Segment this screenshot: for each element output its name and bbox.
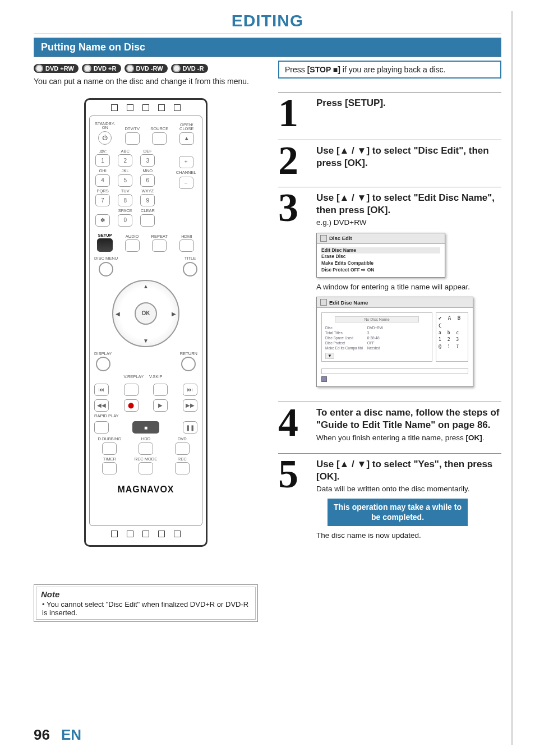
key-3[interactable]: 3 — [140, 154, 155, 167]
hdmi-button[interactable] — [179, 239, 194, 252]
rapid-play-button[interactable] — [94, 421, 109, 434]
badge-dvd-minus-rw: DVD -RW — [124, 64, 168, 73]
dtv-label: DTV/TV — [124, 127, 140, 131]
page-number: 96 — [34, 726, 50, 744]
section-heading: Putting Name on Disc — [34, 38, 501, 57]
step-subtitle: e.g.) DVD+RW — [316, 218, 501, 228]
step-1: 1 Press [SETUP]. — [278, 92, 501, 130]
step-subtitle: When you finish entering a title name, p… — [316, 433, 501, 443]
character-grid: ✔ A B C a b c 1 2 3 @ ! ? — [436, 312, 468, 362]
dvd-button[interactable] — [175, 442, 190, 455]
vskip-button[interactable] — [153, 384, 168, 396]
channel-up[interactable]: + — [179, 156, 193, 168]
rewind-button[interactable]: ◀◀ — [94, 399, 109, 412]
key-4[interactable]: 4 — [95, 174, 110, 187]
pause-button[interactable]: ❚❚ — [183, 421, 197, 434]
warning-box: This operation may take a while to be co… — [328, 499, 468, 525]
step-title: Press [SETUP]. — [316, 97, 501, 109]
key-0[interactable]: 0 — [118, 214, 132, 227]
standby-label: STANDBY-ON — [94, 122, 116, 130]
note-item: You cannot select "Disc Edit" when final… — [42, 600, 251, 617]
key-2[interactable]: 2 — [118, 154, 132, 167]
rec-button[interactable] — [175, 462, 190, 474]
key-star[interactable]: ✽ — [95, 214, 110, 227]
step-number: 4 — [278, 407, 310, 442]
setup-button[interactable] — [97, 238, 113, 252]
left-arrow-icon: ◀ — [116, 310, 120, 316]
badge-dvd-plus-rw: DVD +RW — [34, 64, 79, 73]
source-button[interactable] — [152, 132, 167, 145]
standby-button[interactable]: ⏻ — [98, 131, 112, 145]
channel-down[interactable]: − — [179, 177, 193, 189]
skip-prev-button[interactable]: ⏮ — [94, 384, 109, 396]
divider — [34, 34, 501, 34]
key-5[interactable]: 5 — [118, 174, 132, 187]
audio-button[interactable] — [125, 239, 140, 252]
osd-item: Edit Disc Name — [321, 247, 440, 254]
disc-menu-button[interactable] — [99, 262, 113, 276]
dubbing-button[interactable] — [102, 442, 117, 455]
title-label: TITLE — [185, 256, 196, 261]
step-title: Use [▲ / ▼] to select "Yes", then press … — [316, 458, 501, 483]
step-post: The disc name is now updated. — [316, 531, 501, 541]
ffwd-button[interactable]: ▶▶ — [183, 399, 197, 412]
title-button[interactable] — [183, 262, 197, 276]
note-heading: Note — [41, 589, 251, 599]
nav-pad[interactable]: ▲ ▼ ◀ ▶ OK — [112, 280, 179, 347]
rapid-play-label: RAPID PLAY — [94, 414, 119, 418]
disc-icon — [84, 64, 91, 72]
key-9[interactable]: 9 — [140, 194, 155, 206]
key-6[interactable]: 6 — [140, 174, 155, 187]
page-title: EDITING — [34, 11, 501, 30]
vreplay-button[interactable] — [124, 384, 139, 396]
up-arrow-icon: ▲ — [143, 283, 149, 289]
stop-key-label: [STOP ■] — [307, 65, 340, 74]
return-label: RETURN — [180, 352, 197, 356]
open-close-label: OPEN/ CLOSE — [176, 123, 198, 131]
page-footer: 96 EN — [34, 726, 81, 744]
timer-button[interactable] — [102, 462, 117, 474]
step-5: 5 Use [▲ / ▼] to select "Yes", then pres… — [278, 453, 501, 541]
key-clear[interactable] — [140, 214, 155, 227]
step-3: 3 Use [▲ / ▼] to select "Edit Disc Name"… — [278, 187, 501, 391]
recmode-button[interactable] — [139, 462, 153, 474]
play-button[interactable]: ▶ — [153, 399, 168, 412]
page-language: EN — [61, 726, 81, 744]
step-number: 2 — [278, 145, 310, 177]
display-button[interactable] — [96, 357, 110, 371]
osd-item: Disc Protect OFF ⇨ ON — [321, 267, 440, 274]
right-column: Press [STOP ■] if you are playing back a… — [278, 61, 501, 551]
step-number: 1 — [278, 97, 310, 130]
key-7[interactable]: 7 — [95, 194, 110, 206]
source-label: SOURCE — [150, 127, 168, 131]
disc-menu-label: DISC MENU — [94, 256, 118, 261]
osd-item: Make Edits Compatible — [321, 260, 440, 267]
left-column: DVD +RW DVD +R DVD -RW DVD -R You can pu… — [34, 61, 258, 551]
step-number: 5 — [278, 458, 310, 541]
step-4: 4 To enter a disc name, follow the steps… — [278, 402, 501, 442]
return-button[interactable] — [181, 357, 196, 371]
down-arrow-icon: ▼ — [325, 353, 334, 359]
repeat-button[interactable] — [152, 239, 167, 252]
badge-dvd-plus-r: DVD +R — [82, 64, 121, 73]
key-8[interactable]: 8 — [118, 194, 132, 206]
page-crop-edge — [511, 11, 513, 745]
note-box: Note You cannot select "Disc Edit" when … — [34, 584, 258, 622]
step-subtitle: Data will be written onto the disc momen… — [316, 484, 501, 494]
back-icon — [320, 299, 327, 306]
disc-type-badges: DVD +RW DVD +R DVD -RW DVD -R — [34, 64, 258, 73]
disc-icon — [173, 64, 181, 72]
back-icon — [320, 235, 327, 242]
hdd-button[interactable] — [139, 442, 153, 455]
disc-info-table: DiscDVD+RW Total Titles3 Disc Space Used… — [324, 325, 388, 351]
key-1[interactable]: 1 — [95, 154, 110, 167]
skip-next-button[interactable]: ⏭ — [183, 384, 197, 396]
osd-edit-name: Edit Disc Name No Disc Name DiscDVD+RW T… — [316, 297, 473, 387]
open-close-button[interactable]: ▲ — [179, 132, 194, 145]
brand-logo: MAGNAVOX — [117, 485, 174, 495]
dtv-button[interactable] — [125, 132, 140, 145]
stop-button[interactable]: ■ — [132, 421, 159, 434]
rec-dot-button[interactable]: ⬤ — [124, 399, 139, 412]
text-entry-bar — [321, 368, 468, 374]
ok-button[interactable]: OK — [135, 302, 157, 325]
